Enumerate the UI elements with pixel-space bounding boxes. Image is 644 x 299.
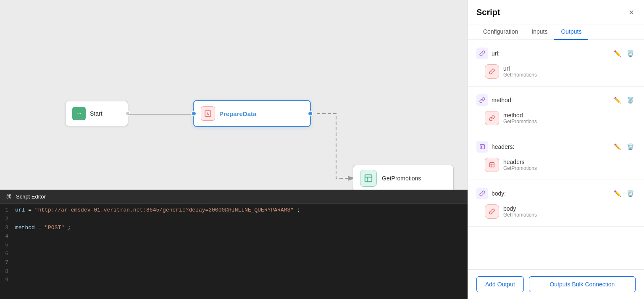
right-panel: Script × Configuration Inputs Outputs ur… — [468, 0, 644, 299]
script-editor-header: ⌘ Script Editor — [0, 190, 468, 204]
headers-delete-button[interactable]: 🗑️ — [625, 143, 636, 151]
code-line-2: 2 — [0, 215, 468, 224]
body-label-text: body: — [492, 190, 609, 197]
code-line-4: 4 — [0, 232, 468, 241]
headers-sub-icon — [485, 158, 499, 172]
body-label-icon — [476, 188, 488, 199]
method-delete-button[interactable]: 🗑️ — [625, 96, 636, 104]
url-label-icon — [476, 48, 488, 59]
arrow-line-body — [128, 114, 193, 115]
headers-sub-info: headers GetPromotions — [503, 159, 537, 171]
output-label-row-url: url: ✏️ 🗑️ — [476, 44, 636, 62]
headers-edit-button[interactable]: ✏️ — [612, 143, 623, 151]
headers-label-text: headers: — [492, 143, 609, 150]
headers-label-actions: ✏️ 🗑️ — [612, 143, 636, 151]
start-node-label: Start — [90, 110, 103, 117]
url-sub-source: GetPromotions — [503, 72, 537, 78]
body-delete-button[interactable]: 🗑️ — [625, 189, 636, 198]
body-sub-source: GetPromotions — [503, 212, 537, 218]
headers-sub-row: headers GetPromotions — [476, 155, 636, 175]
method-sub-row: method GetPromotions — [476, 108, 636, 129]
output-row-url: url: ✏️ 🗑️ url GetPromotions — [468, 40, 644, 87]
panel-title: Script — [476, 8, 500, 24]
output-label-row-method: method: ✏️ 🗑️ — [476, 91, 636, 108]
url-sub-name: url — [503, 65, 537, 72]
panel-footer: Add Output Outputs Bulk Connection — [468, 269, 644, 299]
body-edit-button[interactable]: ✏️ — [612, 189, 623, 198]
code-line-8: 8 — [0, 267, 468, 276]
headers-sub-name: headers — [503, 159, 537, 165]
start-node[interactable]: → Start — [65, 101, 128, 126]
method-sub-icon — [485, 111, 499, 125]
body-sub-info: body GetPromotions — [503, 205, 537, 218]
panel-header: Script × — [468, 0, 644, 24]
panel-content: url: ✏️ 🗑️ url GetPromotions — [468, 40, 644, 269]
url-label-actions: ✏️ 🗑️ — [612, 49, 636, 58]
code-line-6: 6 — [0, 250, 468, 259]
code-line-9: 9 — [0, 276, 468, 285]
svg-rect-2 — [480, 145, 485, 149]
output-row-headers: headers: ✏️ 🗑️ headers GetPromotions — [468, 133, 644, 180]
bulk-connection-button[interactable]: Outputs Bulk Connection — [529, 276, 636, 292]
method-label-actions: ✏️ 🗑️ — [612, 96, 636, 104]
headers-label-icon — [476, 141, 488, 153]
connection-lines — [0, 0, 468, 190]
get-promotions-icon — [360, 170, 377, 187]
method-label-text: method: — [492, 97, 609, 103]
tab-outputs[interactable]: Outputs — [554, 24, 588, 40]
code-line-3: 3 method = "POST" ; — [0, 224, 468, 233]
url-sub-row: url GetPromotions — [476, 62, 636, 82]
code-line-1: 1 url = "http://ar-emsdev-01.veritran.ne… — [0, 206, 468, 215]
method-edit-button[interactable]: ✏️ — [612, 96, 623, 104]
body-label-actions: ✏️ 🗑️ — [612, 189, 636, 198]
prepare-data-node[interactable]: PrepareData — [193, 100, 311, 127]
close-button[interactable]: × — [627, 8, 636, 17]
panel-tabs: Configuration Inputs Outputs — [468, 24, 644, 40]
flow-canvas: → Start PrepareData — [0, 0, 468, 190]
output-label-row-headers: headers: ✏️ 🗑️ — [476, 138, 636, 155]
code-line-7: 7 — [0, 259, 468, 267]
output-label-row-body: body: ✏️ 🗑️ — [476, 184, 636, 202]
svg-rect-1 — [365, 175, 372, 182]
body-sub-row: body GetPromotions — [476, 202, 636, 222]
prepare-handle-left[interactable] — [191, 111, 197, 116]
start-node-icon: → — [72, 107, 86, 120]
script-editor: ⌘ Script Editor 1 url = "http://ar-emsde… — [0, 190, 468, 299]
script-editor-title: Script Editor — [16, 193, 46, 200]
method-sub-source: GetPromotions — [503, 119, 537, 124]
add-output-button[interactable]: Add Output — [476, 276, 524, 292]
get-promotions-label: GetPromotions — [382, 175, 421, 182]
tab-configuration[interactable]: Configuration — [476, 24, 525, 40]
output-row-method: method: ✏️ 🗑️ method GetPromotions — [468, 87, 644, 133]
code-area[interactable]: 1 url = "http://ar-emsdev-01.veritran.ne… — [0, 204, 468, 287]
output-row-body: body: ✏️ 🗑️ body GetPromotions — [468, 180, 644, 227]
url-edit-button[interactable]: ✏️ — [612, 49, 623, 58]
url-delete-button[interactable]: 🗑️ — [625, 49, 636, 58]
url-sub-info: url GetPromotions — [503, 65, 537, 78]
code-line-5: 5 — [0, 241, 468, 250]
body-sub-icon — [485, 204, 499, 219]
tab-inputs[interactable]: Inputs — [525, 24, 554, 40]
script-editor-icon: ⌘ — [6, 193, 12, 200]
headers-sub-source: GetPromotions — [503, 165, 537, 171]
prepare-node-label: PrepareData — [219, 110, 256, 117]
url-label-text: url: — [492, 50, 609, 57]
get-promotions-node[interactable]: GetPromotions — [353, 165, 454, 192]
svg-rect-3 — [490, 163, 494, 167]
method-sub-name: method — [503, 112, 537, 119]
prepare-node-icon — [201, 106, 215, 121]
method-label-icon — [476, 94, 488, 106]
start-to-prepare-arrow — [128, 112, 197, 116]
prepare-handle-right[interactable] — [308, 111, 313, 116]
canvas-area: → Start PrepareData — [0, 0, 468, 299]
url-sub-icon — [485, 64, 499, 79]
method-sub-info: method GetPromotions — [503, 112, 537, 124]
body-sub-name: body — [503, 205, 537, 212]
